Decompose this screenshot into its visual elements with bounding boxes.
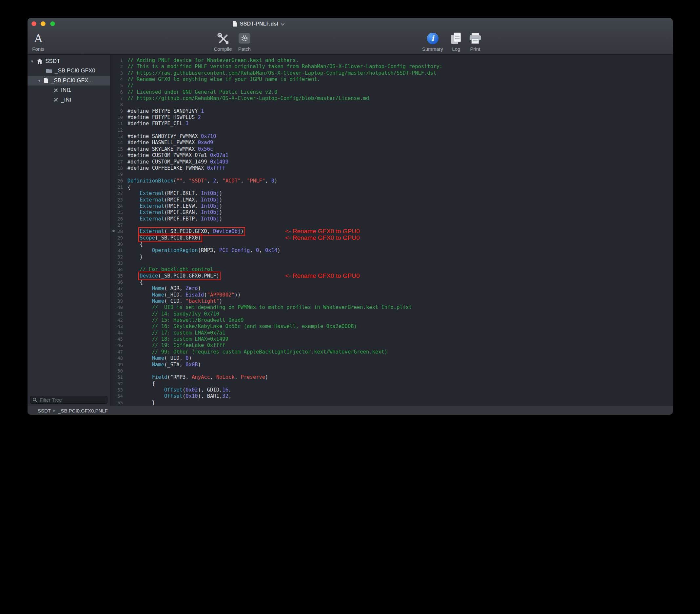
line-number: 3 — [112, 70, 123, 76]
line-number: 45 — [112, 336, 123, 342]
code-line: 19 — [112, 171, 673, 178]
code-line: 25 External(RMCF.GRAN, IntObj) — [112, 209, 673, 216]
rename-annotation-text: <- Rename GFX0 to GPU0 — [285, 235, 360, 241]
code-line: 46 // 19: CoffeeLake 0xffff — [112, 342, 673, 349]
line-number: 19 — [112, 171, 123, 178]
line-number: 27 — [112, 222, 123, 228]
code-line: 32 } — [112, 254, 673, 260]
zoom-button[interactable] — [50, 21, 55, 26]
line-number: 37 — [112, 285, 123, 292]
compile-label: Compile — [214, 46, 232, 52]
line-number: 29 — [112, 235, 123, 241]
tree-item-gfx0-scope[interactable]: _SB.PCI0.GFX0 — [27, 66, 110, 76]
line-number: 5 — [112, 83, 123, 89]
code-line: 23 External(RMCF.LMAX, IntObj) — [112, 197, 673, 203]
document-proxy-icon — [233, 21, 238, 27]
tree-item-gfx0-device[interactable]: ▼ _SB.PCI0.GFX... — [27, 76, 110, 86]
search-icon — [33, 398, 37, 402]
close-button[interactable] — [32, 21, 36, 26]
code-line: 45 // 18: custom LMAX=0x1499 — [112, 336, 673, 342]
code-line: 33 — [112, 260, 673, 266]
rename-highlight-box: Device(_SB.PCI0.GFX0.PNLF) — [140, 273, 219, 279]
line-number: 4 — [112, 76, 123, 83]
patch-label: Patch — [238, 46, 251, 52]
chevron-down-icon[interactable] — [280, 23, 285, 26]
rename-annotation-text: <- Rename GFX0 to GPU0 — [285, 228, 360, 234]
tree-item-label: SSDT — [45, 58, 60, 64]
line-number: 2 — [112, 64, 123, 70]
breadcrumb-root[interactable]: SSDT — [38, 408, 51, 413]
breadcrumb-separator-icon: ▸ — [53, 408, 55, 413]
disclosure-triangle-icon[interactable]: ▼ — [30, 59, 34, 63]
breadcrumb-path[interactable]: _SB.PCI0.GFX0.PNLF — [58, 408, 108, 413]
code-line: 30 { — [112, 241, 673, 247]
code-line: 50 — [112, 368, 673, 374]
line-number: 1 — [112, 57, 123, 64]
code-line: 10#define FBTYPE_HSWPLUS 2 — [112, 114, 673, 121]
line-number: 24 — [112, 203, 123, 209]
code-line: 14#define HASWELL_PWMMAX 0xad9 — [112, 140, 673, 146]
home-icon — [36, 58, 43, 64]
line-number: 46 — [112, 342, 123, 349]
log-label: Log — [452, 46, 460, 52]
tree-item-ini[interactable]: _INI — [27, 95, 110, 105]
line-number: 14 — [112, 140, 123, 146]
code-line: 13#define SANDYIVY_PWMMAX 0x710 — [112, 133, 673, 140]
line-number: 35 — [112, 273, 123, 279]
code-line: 44 // 17: custom LMAX=0x7a1 — [112, 330, 673, 336]
line-number: 13 — [112, 133, 123, 140]
window-chrome: SSDT-PNLF.dsl A Fonts — [27, 18, 673, 55]
line-number: 55 — [112, 400, 123, 406]
minimize-button[interactable] — [41, 21, 46, 26]
tree-item-ini1[interactable]: INI1 — [27, 86, 110, 95]
code-line: 37 Name(_ADR, Zero) — [112, 285, 673, 292]
code-line: 20DefinitionBlock("", "SSDT", 2, "ACDT",… — [112, 178, 673, 184]
code-line: 52 { — [112, 381, 673, 387]
titlebar[interactable]: SSDT-PNLF.dsl — [27, 18, 673, 30]
line-number: 54 — [112, 393, 123, 399]
code-editor[interactable]: 1// Adding PNLF device for WhateverGreen… — [110, 55, 673, 406]
line-number: 36 — [112, 279, 123, 285]
code-line: 51 Field(^RMP3, AnyAcc, NoLock, Preserve… — [112, 374, 673, 380]
folder-icon — [46, 68, 52, 73]
line-number: 48 — [112, 355, 123, 361]
code-line: 6// Licensed under GNU General Public Li… — [112, 89, 673, 95]
code-line: 7// https://github.com/RehabMan/OS-X-Clo… — [112, 95, 673, 102]
code-line: 4// Rename GFX0 to anything else if your… — [112, 76, 673, 83]
maciasl-window: SSDT-PNLF.dsl A Fonts — [27, 18, 673, 415]
tree-item-label: _SB.PCI0.GFX0 — [55, 67, 95, 74]
code-line: 24 External(RMCF.LEVW, IntObj) — [112, 203, 673, 209]
disclosure-triangle-icon[interactable]: ▼ — [37, 79, 41, 83]
code-line: 53 Offset(0x02), GDID,16, — [112, 387, 673, 393]
code-line: 22 External(RMCF.BKLT, IntObj) — [112, 190, 673, 197]
line-number: 38 — [112, 292, 123, 298]
code-line: 18#define COFFEELAKE_PWMMAX 0xffff — [112, 165, 673, 171]
print-button[interactable]: Print — [460, 31, 490, 52]
line-number: 31 — [112, 247, 123, 254]
tree-item-ssdt[interactable]: ▼ SSDT — [27, 57, 110, 66]
info-glyph: i — [431, 34, 434, 42]
window-title: SSDT-PNLF.dsl — [240, 21, 278, 27]
line-number: 49 — [112, 362, 123, 368]
line-number: 52 — [112, 381, 123, 387]
code-lines: 1// Adding PNLF device for WhateverGreen… — [110, 55, 673, 406]
document-icon — [43, 77, 49, 84]
fonts-button[interactable]: A Fonts — [27, 31, 53, 52]
filter-tree-input[interactable] — [39, 397, 105, 403]
title-group[interactable]: SSDT-PNLF.dsl — [233, 18, 285, 30]
line-number: 15 — [112, 146, 123, 152]
code-line: 21{ — [112, 184, 673, 190]
compile-tools-icon — [216, 32, 230, 45]
patch-button[interactable]: Patch — [230, 31, 259, 52]
line-number: 34 — [112, 266, 123, 273]
filter-field[interactable] — [30, 396, 108, 404]
acpi-tree: ▼ SSDT _SB.PCI0.GFX0 ▼ — [27, 55, 110, 105]
line-number: 20 — [112, 178, 123, 184]
line-number: 16 — [112, 152, 123, 159]
code-line: 39 Name(_CID, "backlight") — [112, 298, 673, 304]
code-line: 42 // 15: Haswell/Broadwell 0xad9 — [112, 317, 673, 323]
line-number: 26 — [112, 216, 123, 222]
code-line: 55 } — [112, 400, 673, 406]
code-line: 43 // 16: Skylake/KabyLake 0x56c (and so… — [112, 323, 673, 330]
navigator-sidebar: ▼ SSDT _SB.PCI0.GFX0 ▼ — [27, 55, 110, 406]
